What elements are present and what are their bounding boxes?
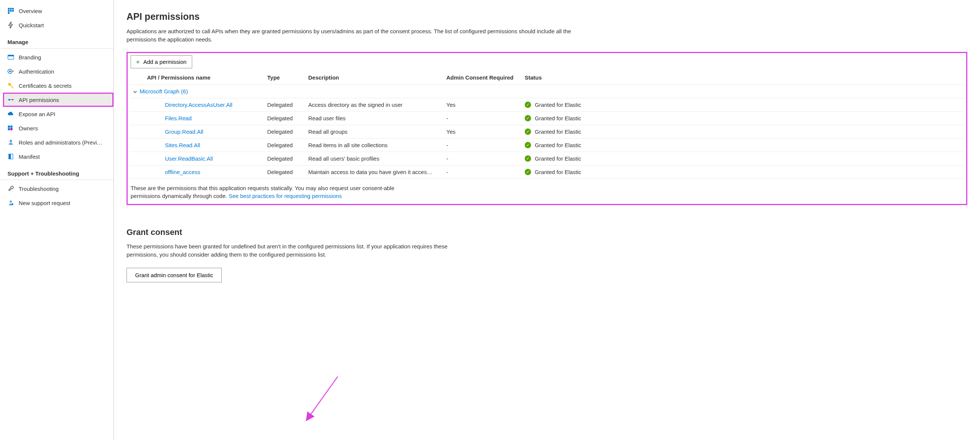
manifest-icon [8,153,14,160]
permissions-footnote: These are the permissions that this appl… [130,179,399,202]
permission-status: ✓Granted for Elastic [525,142,961,148]
sidebar-item-label: Authentication [19,69,54,75]
permission-group-row[interactable]: Microsoft Graph (6) [130,84,964,98]
sidebar-item-label: Manifest [19,153,40,160]
check-circle-icon: ✓ [525,115,531,121]
permission-status-text: Granted for Elastic [535,129,581,135]
chevron-down-icon [133,89,137,95]
table-row: Files.ReadDelegatedRead user files-✓Gran… [130,111,964,125]
table-row: Group.Read.AllDelegatedRead all groupsYe… [130,125,964,138]
permission-status-text: Granted for Elastic [535,115,581,121]
permission-name-link[interactable]: Group.Read.All [165,129,204,135]
table-row: Directory.AccessAsUser.AllDelegatedAcces… [130,98,964,111]
permission-type: Delegated [264,111,305,125]
svg-rect-16 [8,128,10,130]
permission-admin-required: - [443,165,522,179]
grant-consent-description: These permissions have been granted for … [127,242,470,259]
sidebar-item-manifest[interactable]: Manifest [0,150,113,164]
permission-type: Delegated [264,138,305,151]
permission-name-link[interactable]: User.ReadBasic.All [165,155,213,162]
sidebar-item-label: Roles and administrators (Previ… [19,139,102,146]
permission-type: Delegated [264,125,305,138]
table-row: Sites.Read.AllDelegatedRead items in all… [130,138,964,151]
sidebar-item-quickstart[interactable]: Quickstart [0,18,113,32]
svg-rect-20 [9,154,11,159]
svg-point-10 [10,70,11,72]
sidebar-item-label: Branding [19,54,41,61]
permission-status-text: Granted for Elastic [535,169,581,175]
permission-status-text: Granted for Elastic [535,142,581,148]
sidebar-item-label: Quickstart [19,22,44,29]
grant-consent-title: Grant consent [127,228,967,237]
permission-name-link[interactable]: Sites.Read.All [165,142,200,148]
plus-icon: ＋ [135,57,141,66]
svg-rect-0 [8,8,10,10]
permission-description: Read all groups [305,125,443,138]
svg-rect-14 [8,126,10,128]
grid-icon [8,8,14,14]
target-icon [8,68,14,75]
permission-description: Maintain access to data you have given i… [305,165,443,179]
add-permission-label: Add a permission [143,59,186,65]
sidebar-section-manage: Manage [0,32,113,49]
sidebar-item-roles[interactable]: Roles and administrators (Previ… [0,135,113,150]
permission-status-text: Granted for Elastic [535,102,581,108]
permission-status-text: Granted for Elastic [535,155,581,162]
permission-status: ✓Granted for Elastic [525,129,961,135]
card-icon [8,54,14,61]
svg-rect-17 [10,128,13,130]
permission-description: Read user files [305,111,443,125]
col-header-desc: Description [305,70,443,85]
support-icon [8,199,14,206]
main-content: API permissions Applications are authori… [114,0,980,440]
grant-admin-consent-button[interactable]: Grant admin consent for Elastic [127,268,222,282]
permission-description: Read items in all site collections [305,138,443,151]
key-icon [8,82,14,89]
svg-rect-8 [8,55,14,56]
svg-point-13 [12,99,13,100]
check-circle-icon: ✓ [525,102,531,108]
permission-admin-required: - [443,151,522,165]
permission-name-link[interactable]: Files.Read [165,115,192,121]
sidebar-item-api-permissions[interactable]: API permissions [3,92,113,107]
svg-rect-15 [10,126,13,128]
footnote-link[interactable]: See best practices for requesting permis… [229,193,342,199]
lightning-icon [8,22,14,29]
sidebar-item-owners[interactable]: Owners [0,121,113,135]
permission-name-link[interactable]: offline_access [165,169,200,175]
svg-line-23 [308,376,338,418]
sidebar-item-label: Owners [19,125,38,131]
permission-admin-required: Yes [443,125,522,138]
add-permission-button[interactable]: ＋ Add a permission [130,55,192,69]
permission-name-link[interactable]: Directory.AccessAsUser.All [165,102,232,108]
check-circle-icon: ✓ [525,142,531,148]
svg-rect-2 [12,8,14,10]
permission-type: Delegated [264,165,305,179]
table-row: offline_accessDelegatedMaintain access t… [130,165,964,179]
svg-point-12 [8,99,10,101]
sidebar-item-branding[interactable]: Branding [0,50,113,64]
sidebar-item-expose-api[interactable]: Expose an API [0,107,113,121]
svg-rect-3 [8,10,10,12]
permission-type: Delegated [264,98,305,111]
sidebar-item-support-request[interactable]: New support request [0,196,113,210]
sidebar-item-certificates[interactable]: Certificates & secrets [0,78,113,92]
permission-admin-required: - [443,138,522,151]
permission-admin-required: Yes [443,98,522,111]
sidebar-item-troubleshooting[interactable]: Troubleshooting [0,182,113,196]
col-header-status: Status [522,70,964,85]
permission-status: ✓Granted for Elastic [525,155,961,162]
sidebar-item-overview[interactable]: Overview [0,4,113,18]
cloud-icon [8,110,14,117]
svg-rect-6 [8,12,10,14]
wrench-icon [8,185,14,192]
sidebar-item-authentication[interactable]: Authentication [0,64,113,78]
col-header-name: API / Permissions name [130,70,264,85]
sidebar-item-label: Certificates & secrets [19,83,72,89]
sidebar-item-label: Overview [19,8,42,14]
page-title: API permissions [127,11,967,22]
permission-admin-required: - [443,111,522,125]
permissions-table-body: Microsoft Graph (6) Directory.AccessAsUs… [130,84,964,179]
owners-icon [8,125,14,131]
svg-rect-5 [12,10,14,12]
